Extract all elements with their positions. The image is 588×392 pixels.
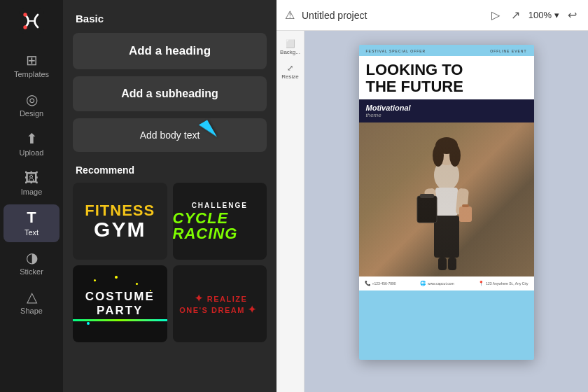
zoom-chevron-icon: ▾ bbox=[554, 10, 559, 20]
background-label: Backg... bbox=[280, 49, 300, 55]
sidebar-item-sticker[interactable]: ◑ Sticker bbox=[4, 245, 59, 281]
app-logo bbox=[19, 8, 44, 36]
canvas-topbar: ⚠ Untitled project ▷ ↗ 100% ▾ ↩ bbox=[276, 0, 588, 31]
card-top-labels: FESTIVAL SPECIAL OFFER OFFLINE EVENT bbox=[359, 45, 534, 56]
card-image bbox=[359, 122, 534, 276]
add-heading-button[interactable]: Add a heading bbox=[73, 33, 267, 69]
recommend-section-title: Recommend bbox=[63, 159, 276, 183]
canvas-area: ⚠ Untitled project ▷ ↗ 100% ▾ ↩ ⬜ Backg.… bbox=[276, 0, 588, 392]
basic-section-title: Basic bbox=[63, 0, 276, 33]
footer-address: 📍 123 Anywhere St., Any City bbox=[478, 281, 528, 286]
sidebar-item-label: Design bbox=[20, 109, 43, 118]
topbar-actions: ▷ ↗ 100% ▾ ↩ bbox=[489, 6, 580, 24]
sticker-icon: ◑ bbox=[26, 251, 38, 265]
svg-point-3 bbox=[23, 25, 27, 29]
sidebar-item-label: Templates bbox=[14, 70, 49, 78]
upload-icon: ⬆ bbox=[26, 132, 38, 146]
phone-icon: 📞 bbox=[365, 281, 371, 286]
undo-button[interactable]: ↩ bbox=[565, 6, 580, 24]
resize-icon: ⤢ bbox=[287, 64, 293, 73]
sidebar-item-image[interactable]: 🖼 Image bbox=[4, 165, 59, 202]
templates-icon: ⊞ bbox=[26, 53, 38, 67]
add-subheading-button[interactable]: Add a subheading bbox=[73, 76, 267, 111]
template-costume-party[interactable]: COSTUMEPARTY bbox=[73, 265, 167, 342]
svg-point-2 bbox=[23, 13, 27, 16]
sparkle-4 bbox=[150, 290, 151, 291]
share-button[interactable]: ↗ bbox=[508, 6, 523, 24]
sidebar-item-label: Upload bbox=[20, 148, 44, 157]
card-top-left: FESTIVAL SPECIAL OFFER bbox=[366, 49, 426, 53]
cycle-racing-label: Cycle Racing bbox=[173, 211, 267, 241]
side-toolbar: ⬜ Backg... ⤢ Resize bbox=[276, 31, 304, 392]
card-subtitle-small: theme bbox=[366, 112, 527, 118]
sidebar-item-upload[interactable]: ⬆ Upload bbox=[4, 126, 59, 162]
sidebar-item-label: Text bbox=[24, 228, 38, 237]
sparkle-3 bbox=[136, 283, 138, 285]
text-icon: T bbox=[27, 210, 36, 225]
headline-line1: LOOKING TO THE FUTURE bbox=[366, 62, 527, 95]
canvas-main: ⬜ Backg... ⤢ Resize FESTIVAL SPECIAL OFF… bbox=[276, 31, 588, 392]
text-panel: Basic Add a heading Add a subheading Add… bbox=[63, 0, 276, 392]
design-card: FESTIVAL SPECIAL OFFER OFFLINE EVENT LOO… bbox=[359, 45, 534, 360]
sidebar-item-label: Shape bbox=[20, 307, 43, 315]
warning-icon: ⚠ bbox=[285, 8, 295, 22]
sidebar-item-text[interactable]: T Text bbox=[4, 204, 59, 242]
card-headline: LOOKING TO THE FUTURE bbox=[359, 56, 534, 99]
sparkle-2 bbox=[115, 276, 118, 279]
canvas-workspace: FESTIVAL SPECIAL OFFER OFFLINE EVENT LOO… bbox=[304, 31, 588, 392]
sidebar-item-label: Sticker bbox=[20, 267, 43, 276]
add-body-button[interactable]: Add body text bbox=[73, 118, 267, 152]
resize-label: Resize bbox=[281, 74, 298, 80]
fitness-gym-top: FITNESS bbox=[85, 202, 155, 219]
zoom-control[interactable]: 100% ▾ bbox=[528, 10, 559, 20]
realize-dream-label: REALIZE ONE'S DREAM bbox=[173, 293, 267, 315]
shape-icon: △ bbox=[27, 290, 37, 304]
costume-bar bbox=[73, 319, 167, 321]
footer-phone: 📞 +123-456-7890 bbox=[365, 281, 396, 286]
challenge-label: Challenge bbox=[192, 202, 248, 209]
footer-web: 🌐 www.capcut.com bbox=[420, 281, 454, 286]
sidebar-item-templates[interactable]: ⊞ Templates bbox=[4, 48, 59, 84]
background-tool[interactable]: ⬜ Backg... bbox=[279, 36, 302, 58]
sidebar-item-label: Image bbox=[21, 188, 43, 196]
card-footer: 📞 +123-456-7890 🌐 www.capcut.com 📍 123 A… bbox=[359, 276, 534, 290]
template-realize-dream[interactable]: REALIZE ONE'S DREAM bbox=[173, 265, 267, 342]
sparkle-5 bbox=[87, 322, 90, 325]
image-icon: 🖼 bbox=[24, 171, 38, 185]
card-subtitle-bar: Motivational theme bbox=[359, 99, 534, 122]
fitness-gym-bottom: GYM bbox=[94, 219, 146, 240]
image-overlay bbox=[359, 122, 534, 276]
sidebar-item-shape[interactable]: △ Shape bbox=[4, 284, 59, 321]
sparkle-1 bbox=[94, 279, 96, 281]
sidebar-item-design[interactable]: ◎ Design bbox=[4, 87, 59, 123]
location-icon: 📍 bbox=[478, 281, 484, 286]
card-top-right: OFFLINE EVENT bbox=[490, 49, 526, 53]
web-icon: 🌐 bbox=[420, 281, 426, 286]
project-title: Untitled project bbox=[302, 10, 482, 21]
resize-tool[interactable]: ⤢ Resize bbox=[279, 61, 302, 83]
sidebar: ⊞ Templates ◎ Design ⬆ Upload 🖼 Image T … bbox=[0, 0, 63, 392]
template-cycle-racing[interactable]: Challenge Cycle Racing bbox=[173, 183, 267, 260]
card-subtitle-text: Motivational bbox=[366, 104, 527, 112]
design-icon: ◎ bbox=[26, 92, 38, 106]
play-button[interactable]: ▷ bbox=[489, 6, 503, 24]
template-fitness-gym[interactable]: FITNESS GYM bbox=[73, 183, 167, 260]
costume-party-label: COSTUMEPARTY bbox=[81, 290, 159, 318]
template-grid: FITNESS GYM Challenge Cycle Racing COSTU… bbox=[63, 183, 276, 352]
zoom-level: 100% bbox=[528, 10, 552, 20]
background-icon: ⬜ bbox=[286, 39, 295, 48]
